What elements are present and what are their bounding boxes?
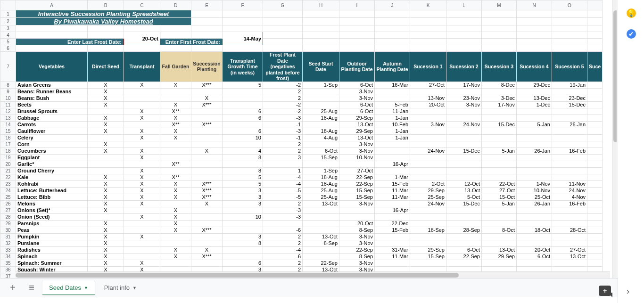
- cell[interactable]: 1-Jan: [375, 134, 410, 141]
- cell[interactable]: [517, 141, 552, 147]
- cell[interactable]: [410, 141, 446, 147]
- cell[interactable]: 5: [223, 174, 263, 180]
- cell[interactable]: [587, 147, 603, 154]
- row-header[interactable]: 6: [0, 45, 16, 52]
- row-header[interactable]: 24: [0, 187, 16, 194]
- explore-button[interactable]: +: [599, 286, 611, 296]
- cell[interactable]: [587, 121, 603, 128]
- cell[interactable]: [410, 88, 446, 95]
- cell-veg[interactable]: Lettuce: Bibb: [16, 194, 88, 200]
- row-header[interactable]: 25: [0, 194, 16, 200]
- cell-veg[interactable]: Beets: [16, 101, 88, 108]
- cell[interactable]: 2: [263, 147, 303, 154]
- row-header[interactable]: 30: [0, 227, 16, 233]
- cell[interactable]: 29-Sep: [339, 128, 375, 134]
- cell[interactable]: X: [124, 134, 160, 141]
- cell-veg[interactable]: Brussel Sprouts: [16, 108, 88, 115]
- row-header[interactable]: 2: [0, 18, 16, 25]
- cell[interactable]: 3-Nov: [339, 200, 375, 207]
- table-row[interactable]: 27Onions (Set)*XX-316-Apr: [0, 207, 603, 213]
- cell[interactable]: 6: [223, 128, 263, 134]
- cell[interactable]: -1: [263, 121, 303, 128]
- row-header[interactable]: 36: [0, 266, 16, 273]
- cell[interactable]: 24-Nov: [446, 121, 482, 128]
- cell[interactable]: [552, 88, 587, 95]
- cell[interactable]: [124, 88, 160, 95]
- cell[interactable]: 15-Feb: [375, 227, 410, 233]
- table-row[interactable]: 16CeleryXX10-14-Aug13-Oct1-Jan: [0, 134, 603, 141]
- cell[interactable]: 11-Jan: [375, 108, 410, 115]
- cell[interactable]: 18-Aug: [303, 180, 339, 187]
- cell[interactable]: [191, 240, 223, 246]
- cell[interactable]: [303, 246, 339, 253]
- cell[interactable]: 15-Feb: [375, 180, 410, 187]
- tab-plant-info[interactable]: Plant info▼: [98, 280, 143, 295]
- scroll-thumb[interactable]: [16, 273, 459, 278]
- row-header[interactable]: 34: [0, 253, 16, 260]
- cell[interactable]: X: [191, 200, 223, 207]
- cell-veg[interactable]: Cauliflower: [16, 128, 88, 134]
- cell[interactable]: X: [124, 260, 160, 266]
- cell[interactable]: X***: [191, 180, 223, 187]
- cell[interactable]: 25-Aug: [303, 194, 339, 200]
- col-header[interactable]: F: [223, 0, 263, 10]
- cell[interactable]: 4-Nov: [552, 194, 587, 200]
- cell[interactable]: X: [124, 233, 160, 240]
- cell-veg[interactable]: Melons: [16, 200, 88, 207]
- cell-veg[interactable]: Cucumbers: [16, 147, 88, 154]
- table-row[interactable]: 26MelonsXXX3213-Oct3-Nov24-Nov15-Dec5-Ja…: [0, 200, 603, 207]
- cell[interactable]: [587, 213, 603, 220]
- all-sheets-button[interactable]: ≡: [24, 280, 40, 296]
- row-header[interactable]: 11: [0, 101, 16, 108]
- cell[interactable]: 6-Oct: [517, 253, 552, 260]
- cell[interactable]: [124, 161, 160, 167]
- table-row[interactable]: 20Garlic*X**16-Apr: [0, 161, 603, 167]
- cell[interactable]: X: [160, 213, 191, 220]
- table-row[interactable]: 8Asian GreensXXXX***5-21-Sep6-Oct16-Mar2…: [0, 82, 603, 88]
- cell[interactable]: 6-Oct: [339, 101, 375, 108]
- cell[interactable]: 26-Jan: [517, 200, 552, 207]
- cell[interactable]: 8-Oct: [482, 227, 517, 233]
- cell[interactable]: 22-Sep: [339, 246, 375, 253]
- cell[interactable]: -2: [263, 82, 303, 88]
- cell[interactable]: [587, 227, 603, 233]
- row-header[interactable]: 21: [0, 167, 16, 174]
- table-row[interactable]: 33RadishesXXX-422-Sep31-Mar29-Sep6-Oct13…: [0, 246, 603, 253]
- cell[interactable]: 13-Oct: [482, 246, 517, 253]
- cell[interactable]: [552, 167, 587, 174]
- cell[interactable]: 10: [223, 134, 263, 141]
- cell[interactable]: 11-Mar: [375, 253, 410, 260]
- cell[interactable]: [339, 207, 375, 213]
- cell[interactable]: 3-Nov: [339, 88, 375, 95]
- cell[interactable]: 13-Oct: [446, 187, 482, 194]
- col-header[interactable]: K: [410, 0, 446, 10]
- column-header-row[interactable]: A B C D E F G H I J K L M N O: [0, 0, 603, 10]
- cell[interactable]: 5-Jan: [482, 147, 517, 154]
- cell[interactable]: [303, 95, 339, 101]
- cell[interactable]: [517, 213, 552, 220]
- cell[interactable]: [88, 213, 124, 220]
- col-header[interactable]: [587, 0, 603, 10]
- cell[interactable]: 22-Sep: [446, 253, 482, 260]
- add-sheet-button[interactable]: +: [5, 280, 21, 296]
- cell[interactable]: 10-Nov: [517, 187, 552, 194]
- cell[interactable]: -2: [263, 108, 303, 115]
- cell[interactable]: [124, 240, 160, 246]
- cell[interactable]: X: [88, 260, 124, 266]
- cell[interactable]: [160, 141, 191, 147]
- cell[interactable]: [517, 154, 552, 161]
- cell[interactable]: [587, 167, 603, 174]
- cell[interactable]: X: [124, 82, 160, 88]
- cell-veg[interactable]: Radishes: [16, 246, 88, 253]
- cell[interactable]: [446, 108, 482, 115]
- cell-veg[interactable]: Onions (Set)*: [16, 207, 88, 213]
- row-header[interactable]: 7: [0, 52, 16, 82]
- cell[interactable]: 26-Jan: [552, 121, 587, 128]
- cell[interactable]: [124, 141, 160, 147]
- cell[interactable]: 8-Dec: [482, 82, 517, 88]
- cell[interactable]: [587, 115, 603, 121]
- cell[interactable]: [160, 95, 191, 101]
- cell[interactable]: [375, 167, 410, 174]
- row-header[interactable]: 26: [0, 200, 16, 207]
- cell[interactable]: 11-Nov: [552, 180, 587, 187]
